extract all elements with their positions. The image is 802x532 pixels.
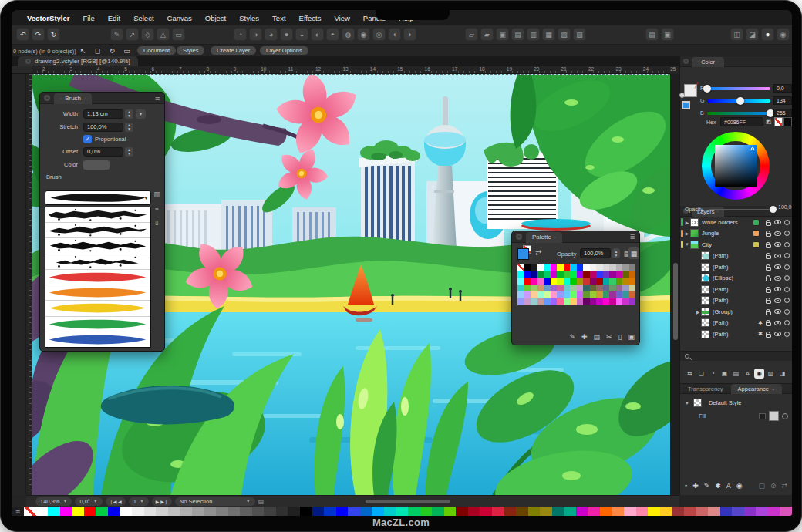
expand-down-icon[interactable]: ▼ — [685, 401, 689, 406]
strip-color-cell[interactable] — [732, 507, 744, 516]
palette-color-cell[interactable] — [596, 264, 603, 271]
palette-color-cell[interactable] — [564, 298, 571, 305]
palette-color-cell[interactable] — [590, 298, 597, 305]
width-dropdown-icon[interactable]: ▼ — [136, 109, 146, 119]
tool-10-button[interactable]: ◎ — [372, 28, 386, 41]
tool-4-button[interactable]: ● — [280, 28, 293, 41]
palette-panel-tab[interactable]: Palette◦ — [526, 232, 562, 243]
palette-color-cell[interactable] — [524, 285, 531, 291]
palette-color-cell[interactable] — [590, 264, 597, 271]
menu-item-file[interactable]: File — [83, 14, 94, 22]
document-button[interactable]: Document — [137, 46, 176, 55]
channel-slider[interactable] — [707, 99, 770, 103]
strip-color-cell[interactable] — [708, 507, 720, 516]
lock-icon[interactable] — [766, 311, 771, 315]
eye-icon[interactable] — [774, 287, 781, 291]
tool-9-button[interactable]: ◉ — [357, 28, 370, 41]
link-icon[interactable]: ⇆ — [685, 369, 695, 379]
horizontal-scrollbar-thumb[interactable] — [366, 500, 450, 503]
brush-list-icon[interactable]: ≡ — [155, 205, 159, 212]
eye-icon[interactable] — [774, 321, 781, 325]
eye-icon[interactable] — [774, 298, 781, 303]
palette-color-cell[interactable] — [531, 271, 537, 278]
strip-color-cell[interactable] — [348, 507, 360, 516]
strip-color-cell[interactable] — [684, 507, 696, 516]
panel-icon[interactable]: ▣ — [719, 369, 730, 379]
strip-color-cell[interactable] — [180, 507, 192, 516]
palette-panel-header[interactable]: × Palette◦ ≣ — [512, 231, 639, 243]
selection-dropdown[interactable]: No Selection▼ — [175, 497, 255, 506]
palette-color-cell[interactable] — [622, 278, 629, 285]
palette-color-cell[interactable] — [557, 271, 564, 278]
palette-color-cell[interactable] — [570, 298, 577, 305]
fill-mini-icon[interactable] — [759, 413, 766, 419]
frame-button[interactable]: ▭ — [172, 28, 185, 41]
fill-ring-icon[interactable] — [782, 413, 788, 419]
panel-close-icon[interactable]: × — [683, 59, 689, 64]
palette-color-cell[interactable] — [583, 264, 590, 271]
strip-color-cell[interactable] — [132, 507, 144, 516]
outline-icon[interactable] — [784, 253, 790, 258]
palette-color-cell[interactable] — [583, 291, 590, 298]
palette-color-cell[interactable] — [557, 291, 564, 298]
palette-color-cell[interactable] — [544, 278, 551, 285]
strip-color-cell[interactable] — [168, 507, 180, 516]
menu-item-edit[interactable]: Edit — [108, 14, 120, 22]
strip-color-cell[interactable] — [624, 507, 636, 516]
new-layer-icon[interactable]: ▧ — [766, 369, 776, 379]
align-4-button[interactable]: ▤ — [511, 28, 524, 41]
layer-row-city[interactable]: ▼City — [680, 239, 792, 251]
eye-icon[interactable] — [774, 332, 781, 336]
duplicate-icon[interactable]: ▢ — [758, 482, 765, 490]
strip-color-cell[interactable] — [312, 507, 325, 516]
strip-color-cell[interactable] — [720, 507, 733, 516]
palette-color-cell[interactable] — [517, 278, 524, 285]
document-tab[interactable]: × drawing2.vstyler [RGB] [@140.9%] — [18, 56, 138, 66]
panel-menu-icon[interactable]: ≣ — [629, 233, 635, 241]
brush-item-blue[interactable] — [45, 332, 150, 347]
palette-color-cell[interactable] — [590, 285, 597, 291]
align-7-button[interactable]: ▧ — [558, 28, 571, 41]
palette-color-cell[interactable] — [570, 264, 577, 271]
layer-expand-icon[interactable]: ▼ — [684, 242, 690, 247]
tool-2-button[interactable]: ◑ — [249, 28, 262, 41]
palette-color-cell[interactable] — [616, 278, 623, 285]
menu-item-effects[interactable]: Effects — [299, 14, 322, 22]
strip-color-cell[interactable] — [396, 507, 408, 516]
layer-options-button[interactable]: Layer Options — [260, 46, 308, 55]
layer-row-path[interactable]: (Path) — [680, 284, 792, 295]
pen-button[interactable]: ✎ — [110, 28, 123, 41]
strip-color-cell[interactable] — [660, 507, 672, 516]
layer-expand-icon[interactable]: ▶ — [684, 231, 690, 236]
palette-color-cell[interactable] — [603, 298, 610, 305]
menu-item-styles[interactable]: Styles — [239, 14, 259, 22]
lock-icon[interactable] — [766, 244, 771, 248]
palette-color-cell[interactable] — [531, 278, 537, 285]
palette-color-cell[interactable] — [564, 285, 571, 291]
color-opacity-knob[interactable] — [770, 206, 777, 213]
fill-swatch[interactable] — [769, 411, 779, 421]
outline-icon[interactable] — [784, 231, 790, 236]
vertical-scrollbar-thumb[interactable] — [673, 263, 678, 340]
palette-color-cell[interactable] — [517, 298, 524, 305]
strip-color-cell[interactable] — [156, 507, 168, 516]
brush-panel-tab[interactable]: ◦Brush◦ — [54, 93, 92, 104]
palette-color-cell[interactable] — [517, 271, 524, 278]
palette-color-cell[interactable] — [609, 291, 616, 298]
brush-panel-header[interactable]: × ◦Brush◦ ≣ — [40, 93, 164, 104]
palette-color-cell[interactable] — [577, 291, 584, 298]
history-icon[interactable]: ◔ — [708, 369, 718, 379]
layer-effect-icon[interactable]: ✱ — [758, 331, 763, 337]
palette-color-cell[interactable] — [609, 298, 616, 305]
palette-color-cell[interactable] — [570, 291, 577, 298]
strip-color-cell[interactable] — [756, 507, 768, 516]
strip-color-cell[interactable] — [552, 507, 564, 516]
strip-color-cell[interactable] — [768, 507, 780, 516]
layer-row-path[interactable]: (Path) — [680, 295, 792, 307]
channel-value[interactable]: 134 — [773, 96, 792, 105]
strip-color-cell[interactable] — [516, 507, 528, 516]
view-2-button[interactable]: ◪ — [746, 28, 759, 41]
palette-color-cell[interactable] — [609, 271, 616, 278]
last-page-button[interactable]: ▶ ▶❘ — [152, 497, 172, 506]
outline-icon[interactable] — [784, 242, 790, 247]
